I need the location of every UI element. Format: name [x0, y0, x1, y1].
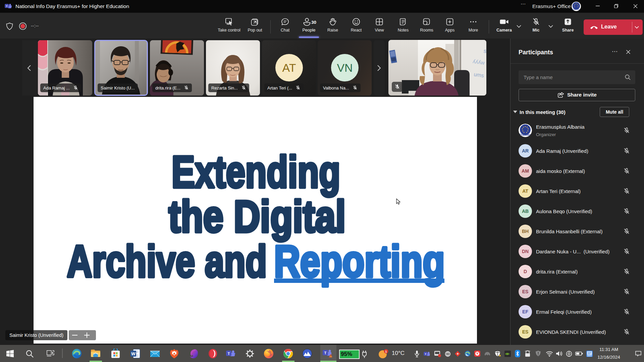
- svg-text:T: T: [228, 352, 230, 356]
- svg-text:1: 1: [385, 350, 387, 353]
- svg-text:W: W: [131, 351, 136, 356]
- svg-text:30: 30: [311, 20, 316, 25]
- svg-text:Extending: Extending: [172, 147, 340, 197]
- svg-text:Erasmus: Erasmus: [572, 8, 580, 10]
- svg-text:Archive and: Archive and: [67, 236, 267, 286]
- svg-text:T: T: [6, 5, 8, 8]
- svg-text:Erasmus: Erasmus: [519, 133, 531, 136]
- svg-text:the Digital: the Digital: [169, 191, 346, 241]
- svg-text:T: T: [324, 351, 327, 355]
- svg-text:T: T: [425, 353, 427, 356]
